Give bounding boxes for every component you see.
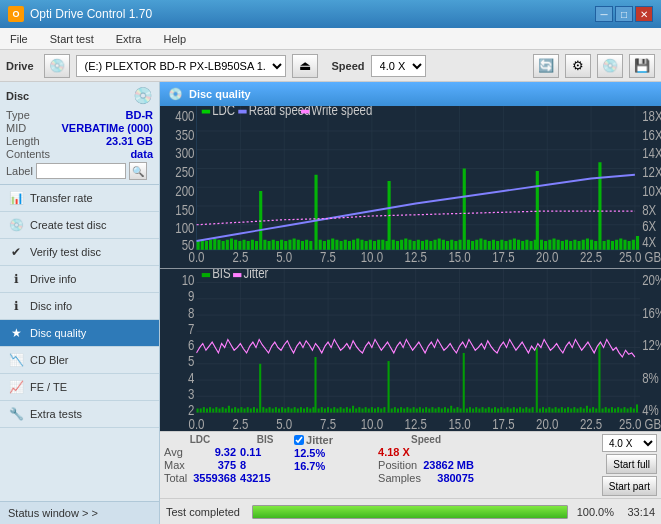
sidebar-item-transfer-rate[interactable]: 📊 Transfer rate — [0, 185, 159, 212]
menu-start-test[interactable]: Start test — [44, 31, 100, 47]
speed-dropdown[interactable]: 4.0 X — [602, 434, 657, 452]
svg-rect-217 — [312, 407, 314, 412]
sidebar-item-fe-te[interactable]: 📈 FE / TE — [0, 374, 159, 401]
avg-label: Avg — [164, 446, 183, 458]
label-input[interactable] — [36, 163, 126, 179]
sidebar-item-create-test-disc[interactable]: 💿 Create test disc — [0, 212, 159, 239]
svg-rect-281 — [516, 408, 518, 412]
svg-rect-238 — [377, 407, 379, 412]
svg-text:350: 350 — [175, 128, 194, 143]
svg-rect-219 — [321, 407, 323, 412]
svg-rect-54 — [344, 240, 347, 250]
svg-rect-71 — [413, 241, 416, 250]
svg-rect-84 — [467, 240, 470, 250]
extra-tests-label: Extra tests — [30, 408, 82, 420]
bis-max: 8 — [240, 459, 246, 471]
bis-stats: BIS 0.11 8 43215 — [240, 434, 290, 496]
length-val: 23.31 GB — [106, 135, 153, 147]
svg-rect-202 — [269, 407, 271, 412]
create-disc-icon: 💿 — [8, 217, 24, 233]
svg-rect-116 — [594, 241, 597, 250]
total-label: Total — [164, 472, 187, 484]
disc-section-label: Disc — [6, 90, 29, 102]
svg-rect-240 — [383, 407, 385, 412]
sidebar-item-disc-info[interactable]: ℹ Disc info — [0, 293, 159, 320]
drive-select[interactable]: (E:) PLEXTOR BD-R PX-LB950SA 1.06 — [76, 55, 286, 77]
menu-extra[interactable]: Extra — [110, 31, 148, 47]
svg-rect-113 — [586, 239, 589, 250]
svg-rect-311 — [611, 407, 613, 412]
svg-rect-112 — [582, 240, 585, 250]
svg-rect-122 — [623, 240, 626, 250]
svg-rect-186 — [218, 408, 220, 412]
minimize-button[interactable]: ─ — [595, 6, 613, 22]
eject-btn[interactable]: ⏏ — [292, 54, 318, 78]
svg-rect-85 — [471, 241, 474, 250]
start-part-button[interactable]: Start part — [602, 476, 657, 496]
status-window-btn[interactable]: Status window > > — [0, 501, 159, 524]
svg-text:16X: 16X — [642, 128, 661, 143]
svg-rect-298 — [570, 408, 572, 412]
svg-text:300: 300 — [175, 147, 194, 162]
svg-rect-155 — [238, 110, 246, 114]
svg-rect-114 — [590, 240, 593, 250]
svg-rect-216 — [309, 408, 311, 412]
svg-rect-194 — [240, 407, 242, 412]
svg-rect-227 — [346, 407, 348, 412]
speed-select[interactable]: 4.0 X — [371, 55, 426, 77]
sidebar-item-disc-quality[interactable]: ★ Disc quality — [0, 320, 159, 347]
maximize-button[interactable]: □ — [615, 6, 633, 22]
app-icon: O — [8, 6, 24, 22]
svg-rect-103 — [544, 241, 547, 250]
svg-rect-232 — [361, 408, 363, 412]
svg-rect-270 — [481, 407, 483, 412]
svg-rect-153 — [202, 110, 210, 114]
jitter-stats: Jitter 12.5% 16.7% — [294, 434, 374, 496]
svg-text:14X: 14X — [642, 147, 661, 162]
svg-rect-195 — [244, 408, 246, 412]
sidebar-item-cd-bler[interactable]: 📉 CD Bler — [0, 347, 159, 374]
svg-rect-32 — [247, 241, 250, 250]
svg-rect-180 — [200, 408, 202, 412]
svg-rect-233 — [365, 407, 367, 412]
svg-rect-304 — [589, 408, 591, 412]
svg-rect-24 — [217, 240, 220, 250]
save-btn[interactable]: 💾 — [629, 54, 655, 78]
svg-rect-246 — [406, 407, 408, 412]
svg-text:8X: 8X — [642, 203, 657, 218]
svg-rect-74 — [425, 240, 428, 250]
ldc-stats: LDC Avg 9.32 Max 375 Total 3559368 — [164, 434, 236, 496]
drive-icon-btn[interactable]: 💿 — [44, 54, 70, 78]
length-key: Length — [6, 135, 40, 147]
sidebar-item-drive-info[interactable]: ℹ Drive info — [0, 266, 159, 293]
svg-rect-203 — [272, 408, 274, 412]
svg-text:0.0: 0.0 — [189, 250, 205, 265]
settings-btn[interactable]: ⚙ — [565, 54, 591, 78]
svg-rect-347 — [233, 273, 241, 277]
drive-label: Drive — [6, 60, 34, 72]
refresh-btn[interactable]: 🔄 — [533, 54, 559, 78]
menu-help[interactable]: Help — [157, 31, 192, 47]
svg-rect-115 — [598, 162, 601, 250]
start-full-button[interactable]: Start full — [606, 454, 657, 474]
titlebar-left: O Opti Drive Control 1.70 — [8, 6, 152, 22]
svg-rect-28 — [234, 240, 237, 250]
close-button[interactable]: ✕ — [635, 6, 653, 22]
max-label: Max — [164, 459, 185, 471]
svg-rect-259 — [447, 408, 449, 412]
label-btn[interactable]: 🔍 — [129, 162, 147, 180]
svg-rect-183 — [209, 407, 211, 412]
svg-rect-185 — [215, 407, 217, 412]
menu-file[interactable]: File — [4, 31, 34, 47]
bottom-chart-svg: 10 9 8 7 6 5 4 3 2 20% 16% 12% 8% 4% — [160, 269, 661, 432]
sidebar-item-verify-test-disc[interactable]: ✔ Verify test disc — [0, 239, 159, 266]
sidebar-item-extra-tests[interactable]: 🔧 Extra tests — [0, 401, 159, 428]
ldc-total: 3559368 — [193, 472, 236, 484]
svg-rect-264 — [460, 408, 462, 412]
jitter-checkbox[interactable] — [294, 435, 304, 445]
svg-rect-274 — [494, 407, 496, 412]
svg-rect-82 — [454, 241, 457, 250]
svg-rect-83 — [459, 240, 462, 250]
svg-rect-184 — [212, 408, 214, 412]
disc-btn[interactable]: 💿 — [597, 54, 623, 78]
